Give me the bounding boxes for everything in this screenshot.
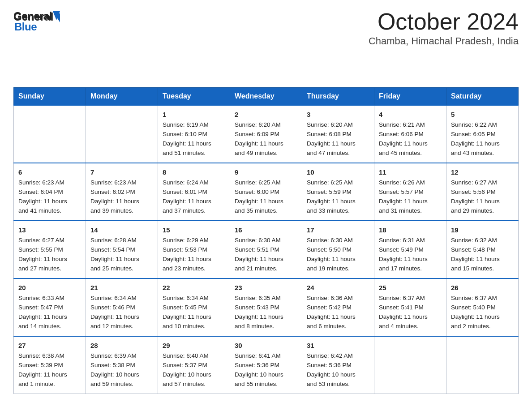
day-number: 15	[163, 225, 225, 235]
day-number: 30	[235, 340, 297, 351]
day-info-line: and 41 minutes.	[18, 206, 81, 216]
day-info-line: Sunset: 6:06 PM	[379, 130, 442, 139]
day-info-line: Daylight: 10 hours	[307, 370, 369, 380]
day-info-line: Sunrise: 6:20 AM	[307, 120, 369, 130]
page-header: General October 2024 Chamba, Himachal Pr…	[13, 9, 519, 47]
day-info-line: and 14 minutes.	[18, 322, 81, 331]
day-number: 5	[451, 109, 514, 120]
day-number: 29	[163, 340, 225, 351]
day-info-line: and 53 minutes.	[307, 380, 369, 389]
calendar-cell	[14, 105, 86, 163]
day-info-line: Daylight: 10 hours	[163, 370, 225, 380]
calendar-cell: 9Sunrise: 6:25 AMSunset: 6:00 PMDaylight…	[230, 163, 302, 221]
day-info-line: and 51 minutes.	[163, 149, 225, 158]
day-info-line: Sunset: 6:02 PM	[90, 188, 153, 197]
day-number: 10	[307, 167, 369, 177]
day-info-line: and 43 minutes.	[451, 149, 514, 158]
day-info-line: and 31 minutes.	[379, 206, 442, 216]
day-info-line: Sunrise: 6:33 AM	[18, 294, 81, 303]
day-info-line: Sunset: 6:09 PM	[235, 130, 297, 139]
calendar-cell: 30Sunrise: 6:41 AMSunset: 5:36 PMDayligh…	[230, 336, 302, 394]
logo-arrow-icon	[53, 11, 60, 22]
day-info-line: Daylight: 11 hours	[235, 255, 297, 264]
day-info-line: Sunset: 5:57 PM	[379, 188, 442, 197]
day-info-line: Sunset: 5:51 PM	[235, 245, 297, 255]
day-info-line: Sunrise: 6:39 AM	[90, 351, 153, 361]
day-number: 7	[90, 167, 153, 177]
day-info-line: Sunrise: 6:31 AM	[379, 236, 442, 245]
day-info-line: Sunset: 5:47 PM	[18, 303, 81, 313]
day-info-line: Sunrise: 6:27 AM	[18, 236, 81, 245]
day-info-line: Daylight: 11 hours	[451, 313, 514, 322]
header-day-monday: Monday	[86, 88, 158, 106]
day-info-line: Sunrise: 6:22 AM	[451, 120, 514, 130]
day-info-line: Daylight: 11 hours	[307, 197, 369, 206]
day-info-line: Sunset: 5:49 PM	[379, 245, 442, 255]
calendar-cell: 4Sunrise: 6:21 AMSunset: 6:06 PMDaylight…	[374, 105, 446, 163]
day-info-line: Daylight: 11 hours	[18, 313, 81, 322]
logo-container: General Blue	[13, 10, 60, 33]
day-info-line: Sunrise: 6:34 AM	[90, 294, 153, 303]
day-info-line: and 29 minutes.	[451, 206, 514, 216]
day-info-line: and 6 minutes.	[307, 322, 369, 331]
day-info-line: Daylight: 11 hours	[90, 255, 153, 264]
day-info-line: Sunrise: 6:25 AM	[235, 178, 297, 188]
day-info-line: and 19 minutes.	[307, 264, 369, 274]
day-info-line: Sunrise: 6:34 AM	[163, 294, 225, 303]
day-info-line: Sunset: 5:46 PM	[90, 303, 153, 313]
calendar-wrapper: SundayMondayTuesdayWednesdayThursdayFrid…	[13, 87, 519, 394]
calendar-cell: 31Sunrise: 6:42 AMSunset: 5:36 PMDayligh…	[302, 336, 374, 394]
calendar-cell: 21Sunrise: 6:34 AMSunset: 5:46 PMDayligh…	[86, 278, 158, 336]
day-info-line: and 35 minutes.	[235, 206, 297, 216]
day-info-line: Daylight: 10 hours	[235, 370, 297, 380]
day-info-line: Daylight: 11 hours	[235, 313, 297, 322]
day-number: 25	[379, 283, 442, 293]
day-info-line: and 55 minutes.	[235, 380, 297, 389]
day-info-line: Sunset: 6:01 PM	[163, 188, 225, 197]
day-number: 31	[307, 340, 369, 351]
day-info-line: and 45 minutes.	[379, 149, 442, 158]
day-number: 3	[307, 109, 369, 120]
day-info-line: Daylight: 11 hours	[379, 255, 442, 264]
day-info-line: and 25 minutes.	[90, 264, 153, 274]
day-info-line: Sunset: 5:41 PM	[379, 303, 442, 313]
day-info-line: Sunset: 5:36 PM	[307, 361, 369, 370]
day-info-line: Sunrise: 6:20 AM	[235, 120, 297, 130]
day-info-line: Sunset: 6:10 PM	[163, 130, 225, 139]
day-info-line: Daylight: 11 hours	[163, 255, 225, 264]
calendar-cell: 14Sunrise: 6:28 AMSunset: 5:54 PMDayligh…	[86, 221, 158, 278]
calendar-cell: 15Sunrise: 6:29 AMSunset: 5:53 PMDayligh…	[158, 221, 230, 278]
calendar-cell: 25Sunrise: 6:37 AMSunset: 5:41 PMDayligh…	[374, 278, 446, 336]
day-info-line: Daylight: 11 hours	[235, 197, 297, 206]
day-number: 2	[235, 109, 297, 120]
day-info-line: Sunrise: 6:24 AM	[163, 178, 225, 188]
day-number: 8	[163, 167, 225, 177]
day-info-line: Daylight: 11 hours	[163, 139, 225, 149]
day-info-line: Sunset: 5:43 PM	[235, 303, 297, 313]
calendar-cell: 29Sunrise: 6:40 AMSunset: 5:37 PMDayligh…	[158, 336, 230, 394]
day-info-line: Sunrise: 6:30 AM	[307, 236, 369, 245]
day-info-line: Sunrise: 6:26 AM	[379, 178, 442, 188]
calendar-cell	[86, 105, 158, 163]
day-info-line: Sunrise: 6:19 AM	[163, 120, 225, 130]
day-info-line: Daylight: 11 hours	[163, 313, 225, 322]
day-info-line: and 21 minutes.	[235, 264, 297, 274]
day-info-line: Daylight: 11 hours	[379, 313, 442, 322]
day-info-line: Sunset: 6:00 PM	[235, 188, 297, 197]
day-info-line: Sunrise: 6:29 AM	[163, 236, 225, 245]
calendar-cell: 24Sunrise: 6:36 AMSunset: 5:42 PMDayligh…	[302, 278, 374, 336]
day-info-line: Sunset: 5:55 PM	[18, 245, 81, 255]
day-info-line: Sunrise: 6:38 AM	[18, 351, 81, 361]
day-info-line: Sunset: 6:04 PM	[18, 188, 81, 197]
day-info-line: Sunset: 5:36 PM	[235, 361, 297, 370]
day-info-line: Daylight: 11 hours	[307, 313, 369, 322]
day-number: 23	[235, 283, 297, 293]
day-number: 9	[235, 167, 297, 177]
day-info-line: Sunrise: 6:25 AM	[307, 178, 369, 188]
header-day-tuesday: Tuesday	[158, 88, 230, 106]
day-number: 6	[18, 167, 81, 177]
day-info-line: and 23 minutes.	[163, 264, 225, 274]
calendar-cell: 11Sunrise: 6:26 AMSunset: 5:57 PMDayligh…	[374, 163, 446, 221]
day-info-line: Sunrise: 6:37 AM	[379, 294, 442, 303]
day-info-line: Daylight: 11 hours	[451, 139, 514, 149]
